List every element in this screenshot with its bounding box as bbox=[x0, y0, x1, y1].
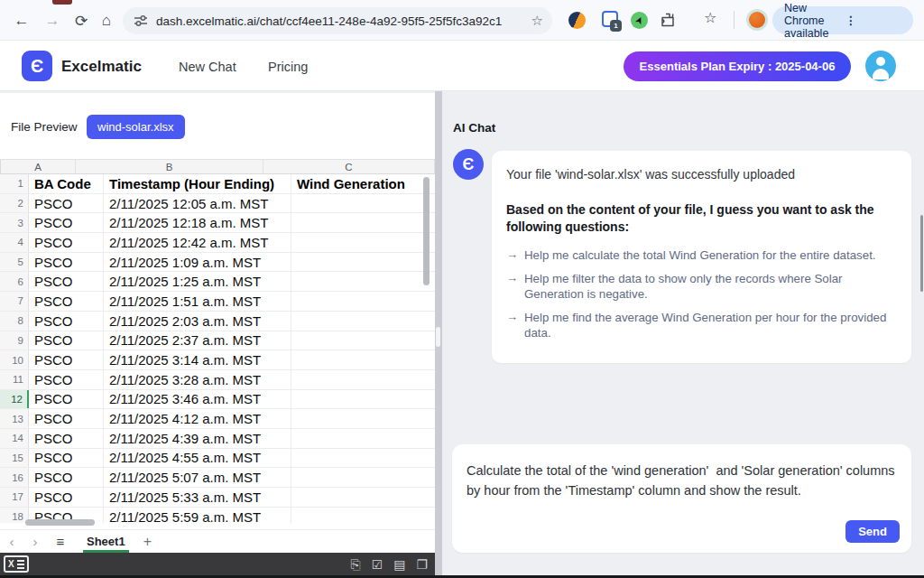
prev-sheet-icon[interactable]: ‹ bbox=[0, 534, 23, 549]
chat-input-text[interactable]: Calculate the total of the 'wind generat… bbox=[467, 461, 897, 500]
cell[interactable]: PSCO bbox=[29, 233, 104, 252]
row-number[interactable]: 9 bbox=[0, 331, 29, 350]
excelmatic-logo[interactable]: Є bbox=[22, 51, 52, 81]
browser-menu-icon[interactable]: ⋮ bbox=[845, 14, 907, 27]
cell[interactable] bbox=[291, 272, 435, 291]
row-number[interactable]: 1 bbox=[0, 174, 29, 193]
sheet-menu-icon[interactable]: ≡ bbox=[47, 534, 74, 549]
send-button[interactable]: Send bbox=[845, 520, 900, 543]
next-sheet-icon[interactable]: › bbox=[23, 534, 47, 549]
cell[interactable] bbox=[291, 331, 435, 350]
user-avatar[interactable] bbox=[865, 51, 896, 81]
cell[interactable] bbox=[291, 390, 435, 409]
home-icon[interactable]: ⌂ bbox=[96, 10, 117, 32]
cell[interactable] bbox=[291, 253, 435, 272]
row-number[interactable]: 17 bbox=[0, 488, 29, 507]
cell[interactable]: 2/11/2025 5:07 a.m. MST bbox=[104, 468, 291, 487]
select-all-corner[interactable] bbox=[0, 160, 1, 173]
cell[interactable] bbox=[291, 213, 435, 232]
row-number[interactable]: 4 bbox=[0, 233, 29, 252]
tab-stub[interactable] bbox=[52, 0, 72, 5]
cell[interactable]: 2/11/2025 12:42 a.m. MST bbox=[104, 233, 291, 252]
cell[interactable]: 2/11/2025 3:46 a.m. MST bbox=[104, 390, 291, 409]
add-sheet-icon[interactable]: + bbox=[143, 534, 152, 550]
cell[interactable] bbox=[291, 194, 435, 213]
page-scrollbar[interactable] bbox=[920, 215, 923, 292]
column-letter-C[interactable]: C bbox=[263, 160, 435, 173]
cell[interactable]: PSCO bbox=[29, 390, 104, 409]
sheet-vertical-scrollbar[interactable] bbox=[423, 177, 430, 285]
chat-input-card[interactable]: Calculate the total of the 'wind generat… bbox=[452, 444, 911, 553]
new-chrome-button[interactable]: New Chrome available ⋮ bbox=[772, 6, 913, 34]
cell[interactable]: 2/11/2025 2:03 a.m. MST bbox=[104, 312, 291, 331]
row-number[interactable]: 3 bbox=[0, 213, 29, 232]
row-number[interactable]: 15 bbox=[0, 449, 29, 468]
cell[interactable]: PSCO bbox=[29, 449, 104, 468]
cell[interactable]: 2/11/2025 12:18 a.m. MST bbox=[104, 213, 291, 232]
row-number[interactable]: 5 bbox=[0, 253, 29, 272]
column-letter-B[interactable]: B bbox=[76, 160, 263, 173]
row-number[interactable]: 14 bbox=[0, 429, 29, 448]
cell[interactable] bbox=[291, 409, 435, 428]
url-text[interactable]: dash.excelmatic.ai/chat/ccf4ee11-248e-4a… bbox=[156, 14, 524, 28]
cell[interactable]: 2/11/2025 3:14 a.m. MST bbox=[104, 350, 291, 369]
file-badge[interactable]: wind-solar.xlsx bbox=[87, 115, 185, 139]
cell[interactable]: PSCO bbox=[29, 429, 104, 448]
cell[interactable]: 2/11/2025 1:25 a.m. MST bbox=[104, 272, 291, 291]
cell[interactable]: PSCO bbox=[29, 331, 104, 350]
cell[interactable] bbox=[291, 370, 435, 389]
row-number[interactable]: 11 bbox=[0, 370, 29, 389]
suggestion-item[interactable]: →Help me calculate the total Wind Genera… bbox=[506, 247, 897, 263]
cell[interactable] bbox=[291, 488, 435, 507]
cell[interactable]: 2/11/2025 2:37 a.m. MST bbox=[104, 331, 291, 350]
cell[interactable]: PSCO bbox=[29, 292, 104, 311]
row-number[interactable]: 13 bbox=[0, 409, 29, 428]
row-number[interactable]: 8 bbox=[0, 312, 29, 331]
cell[interactable] bbox=[291, 292, 435, 311]
row-number[interactable]: 6 bbox=[0, 272, 29, 291]
cell[interactable]: PSCO bbox=[29, 253, 104, 272]
cell[interactable]: PSCO bbox=[29, 409, 104, 428]
column-letter-A[interactable]: A bbox=[1, 160, 76, 173]
extension-duckduckgo-icon[interactable] bbox=[568, 12, 586, 29]
cell[interactable]: 2/11/2025 5:59 a.m. MST bbox=[104, 508, 291, 523]
cell[interactable]: PSCO bbox=[29, 213, 104, 232]
sheet-tab-sheet1[interactable]: Sheet1 bbox=[78, 530, 134, 553]
row-number[interactable]: 12 bbox=[0, 390, 29, 409]
cell[interactable]: 2/11/2025 4:12 a.m. MST bbox=[104, 409, 291, 428]
cell[interactable]: BA Code bbox=[29, 174, 104, 193]
forward-icon[interactable]: → bbox=[42, 10, 63, 32]
cell[interactable] bbox=[291, 233, 435, 252]
cell[interactable]: 2/11/2025 4:55 a.m. MST bbox=[104, 449, 291, 468]
tasks-icon[interactable]: ☑ bbox=[372, 558, 383, 571]
row-number[interactable]: 10 bbox=[0, 350, 29, 369]
cell[interactable]: 2/11/2025 1:09 a.m. MST bbox=[104, 253, 291, 272]
cell[interactable]: 2/11/2025 12:05 a.m. MST bbox=[104, 194, 291, 213]
cell[interactable] bbox=[291, 508, 435, 523]
excel-file-icon[interactable]: X bbox=[4, 555, 29, 573]
cell[interactable]: 2/11/2025 5:33 a.m. MST bbox=[104, 488, 291, 507]
extensions-puzzle-icon[interactable] bbox=[660, 12, 676, 28]
book-icon[interactable]: ▤ bbox=[393, 558, 405, 571]
cell[interactable] bbox=[291, 468, 435, 487]
reload-icon[interactable]: ⟳ bbox=[70, 10, 92, 32]
cell[interactable]: PSCO bbox=[29, 488, 104, 507]
site-info-icon[interactable] bbox=[134, 14, 148, 28]
brand-name[interactable]: Excelmatic bbox=[61, 58, 142, 76]
cell[interactable]: PSCO bbox=[29, 350, 104, 369]
cell[interactable] bbox=[291, 350, 435, 369]
cell[interactable]: Wind Generation bbox=[291, 174, 435, 193]
side-panel-star-icon[interactable]: ☆ bbox=[704, 9, 716, 26]
cell[interactable] bbox=[291, 312, 435, 331]
cell[interactable]: 2/11/2025 4:39 a.m. MST bbox=[104, 429, 291, 448]
nav-new-chat[interactable]: New Chat bbox=[179, 60, 236, 74]
sheet-horizontal-scrollbar[interactable] bbox=[25, 519, 95, 526]
back-icon[interactable]: ← bbox=[11, 10, 32, 32]
cell[interactable]: PSCO bbox=[29, 468, 104, 487]
cell[interactable] bbox=[291, 429, 435, 448]
address-bar[interactable]: dash.excelmatic.ai/chat/ccf4ee11-248e-4a… bbox=[123, 7, 552, 34]
browser-profile-avatar[interactable] bbox=[746, 9, 768, 31]
cell[interactable]: PSCO bbox=[29, 272, 104, 291]
row-number[interactable]: 2 bbox=[0, 194, 29, 213]
cell[interactable]: 2/11/2025 3:28 a.m. MST bbox=[104, 370, 291, 389]
